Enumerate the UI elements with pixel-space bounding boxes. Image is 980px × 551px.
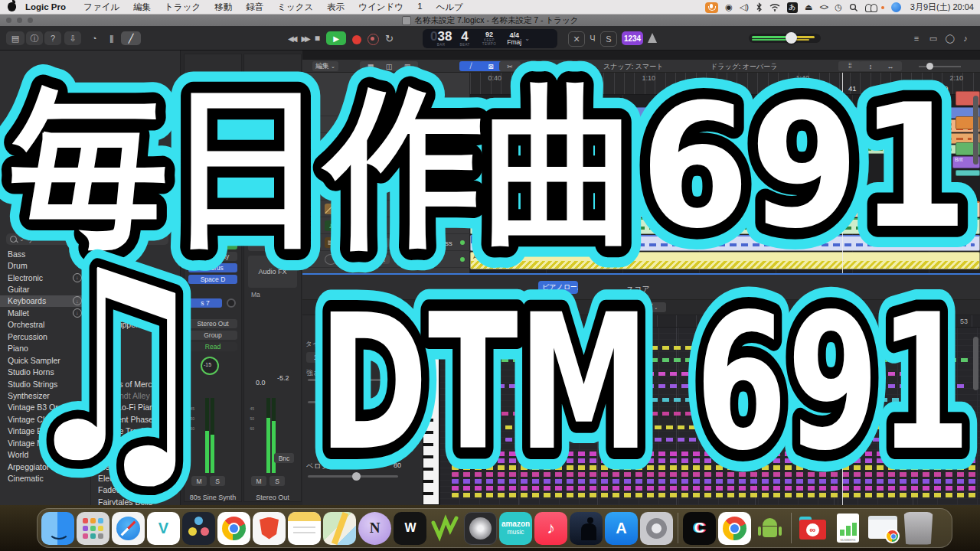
- dock-app-store-icon[interactable]: A: [605, 512, 638, 545]
- menu-item[interactable]: 1: [410, 2, 429, 13]
- volume-knob[interactable]: [786, 32, 797, 44]
- plugin-slot[interactable]: Space D: [188, 275, 237, 284]
- menu-item[interactable]: ミックス: [270, 2, 320, 13]
- library-category-row[interactable]: Synthesizer ↓ ›: [0, 390, 90, 401]
- library-patch-row[interactable]: Cortlandt Alley Rive... ↓: [91, 390, 181, 401]
- solo-button[interactable]: S: [361, 238, 374, 247]
- region-orange-04[interactable]: 04: [470, 201, 980, 217]
- media-browser-button[interactable]: ♪: [959, 31, 972, 45]
- dock-v-app-icon[interactable]: V: [147, 512, 180, 545]
- piano-roll-grid[interactable]: [440, 328, 980, 505]
- mixer-button[interactable]: |||: [103, 31, 119, 45]
- library-patch-row[interactable]: Eastern Syn ↓: [91, 448, 181, 460]
- group-slot[interactable]: Group: [188, 331, 237, 340]
- dock-creative-cloud-icon[interactable]: ∞: [796, 512, 829, 545]
- library-category-row[interactable]: Bass ↓ ›: [0, 248, 90, 259]
- scale-dropdown[interactable]: Major...⌥: [345, 440, 381, 451]
- bounce-button[interactable]: Bnc: [274, 453, 294, 463]
- cycle-button[interactable]: ↻: [385, 33, 394, 44]
- strength-slider-knob[interactable]: [382, 376, 390, 384]
- output-slot[interactable]: Stereo Out: [188, 319, 237, 328]
- library-patch-row[interactable]: …eyboard ↓: [91, 272, 181, 283]
- dock-notes-icon[interactable]: [288, 512, 321, 545]
- menu-bar-clock[interactable]: 3月9日(土) 20:04: [910, 2, 974, 13]
- mute-button[interactable]: M: [251, 476, 266, 486]
- menu-item[interactable]: トラック: [158, 2, 207, 13]
- library-patch-row[interactable]: Faded Keys ↓: [91, 484, 181, 496]
- wifi-icon[interactable]: [769, 3, 780, 11]
- library-category-row[interactable]: Piano ↓ ›: [0, 343, 90, 354]
- library-category-row[interactable]: Drum ↓ ›: [0, 259, 90, 271]
- edit-menu-button[interactable]: 編集⌄: [312, 61, 338, 71]
- library-patch-row[interactable]: ↓: [91, 343, 181, 354]
- library-patch-row[interactable]: Electromag ↓: [91, 472, 181, 484]
- metronome-button[interactable]: [648, 33, 657, 43]
- audio-fx-slot[interactable]: Audio FX: [248, 256, 297, 288]
- library-category-row[interactable]: Vintage Mellotron ↓ ›: [0, 437, 90, 448]
- vertical-scrollbar[interactable]: [973, 96, 978, 165]
- library-search-field[interactable]: ⌄ サ: [6, 233, 168, 245]
- track-row-header[interactable]: [302, 184, 470, 201]
- apple-menu-icon[interactable]: [8, 2, 16, 11]
- record-enable-button[interactable]: R: [377, 238, 390, 247]
- snap-mode-label[interactable]: スナップ: スマート: [603, 62, 663, 72]
- automation-mode[interactable]: Read: [188, 342, 237, 351]
- library-category-row[interactable]: Studio Horns ↓ ›: [0, 366, 90, 377]
- dock-wave-app-icon[interactable]: [429, 512, 462, 545]
- screen-mirroring-icon[interactable]: ◉: [725, 3, 733, 11]
- region-blue-04[interactable]: 04: [470, 235, 980, 251]
- library-category-row[interactable]: Guitar ↓ ›: [0, 283, 90, 295]
- quantize-value-dropdown[interactable]: 1/16: [306, 352, 334, 363]
- inspector-button[interactable]: ⓘ: [26, 31, 43, 45]
- erase-midi-button[interactable]: ✕: [568, 31, 585, 47]
- strength-slider[interactable]: [308, 379, 394, 381]
- list-editors-button[interactable]: ≡: [910, 31, 923, 45]
- send-slot[interactable]: s 7: [188, 298, 222, 308]
- solo-button[interactable]: S: [600, 31, 617, 47]
- disclosure-icon[interactable]: ▸: [312, 256, 316, 264]
- library-patch-row[interactable]: Different Phases Clav ↓: [91, 413, 181, 425]
- menu-item[interactable]: 録音: [239, 2, 270, 13]
- library-patch-row[interactable]: ↓: [91, 259, 181, 271]
- dock-numbers-icon[interactable]: NUMBERS: [831, 512, 864, 545]
- library-category-row[interactable]: Mallet ↓ ›: [0, 307, 90, 318]
- library-category-row[interactable]: Studio Strings ↓ ›: [0, 378, 90, 390]
- library-patch-row[interactable]: ↓: [91, 331, 181, 342]
- library-patch-row[interactable]: Big Dripper ↓: [91, 319, 181, 331]
- dock-launchpad-icon[interactable]: [77, 512, 109, 545]
- scissors-tool-button[interactable]: ✂: [499, 61, 521, 71]
- library-category-row[interactable]: World ↓ ›: [0, 448, 90, 460]
- scale-apply-button[interactable]: Q: [386, 440, 407, 451]
- lcd-display[interactable]: 038 BAR 4 BEAT 92 KEEP TEMPO 4/4 Fmaj ⌄: [423, 29, 557, 48]
- zoom-slider-knob[interactable]: [926, 63, 933, 70]
- region-blue-strip[interactable]: [470, 107, 980, 119]
- swing-slider-knob[interactable]: [345, 398, 354, 406]
- record-enable-button[interactable]: R: [377, 255, 390, 264]
- library-patch-row[interactable]: 80s Wave Bells ↓: [91, 295, 181, 307]
- menu-item[interactable]: ウインドウ: [351, 2, 410, 13]
- velocity-slider-knob[interactable]: [352, 472, 361, 481]
- lcd-chevron-icon[interactable]: ⌄: [524, 35, 530, 42]
- library-category-row[interactable]: Percussion ↓ ›: [0, 331, 90, 342]
- dock-maps-icon[interactable]: [323, 512, 356, 545]
- dock-brave-icon[interactable]: [253, 512, 286, 545]
- dock-amazon-music-icon[interactable]: amazonmusic: [499, 512, 532, 545]
- dock-android-file-transfer-icon[interactable]: [753, 512, 786, 545]
- loop-browser-button[interactable]: ◯: [943, 31, 957, 45]
- search-scope-chevron[interactable]: ⌄: [19, 236, 24, 243]
- track-row-header[interactable]: [302, 99, 470, 116]
- menu-item[interactable]: ヘルプ: [430, 2, 470, 13]
- library-category-row[interactable]: Orchestral ↓ ›: [0, 319, 90, 331]
- capture-record-icon[interactable]: [368, 34, 379, 45]
- window-title-bar[interactable]: 名称未設定 7.logicx - 名称未設定 7 - トラック: [0, 15, 980, 26]
- zoom-slider[interactable]: [919, 66, 961, 67]
- dock-finder-icon[interactable]: [41, 512, 74, 545]
- count-in-button[interactable]: 1234: [622, 31, 643, 45]
- tool-button[interactable]: ▥: [397, 61, 418, 71]
- region-green-04[interactable]: 04: [470, 218, 980, 234]
- library-category-row[interactable]: Arpeggiator ↓ ›: [0, 461, 90, 472]
- plugin-slot[interactable]: RetroSyn: [188, 240, 237, 249]
- plugin-slot[interactable]: Tape Delay: [188, 252, 237, 261]
- waveform-zoom-button[interactable]: ⦙⦙: [838, 61, 861, 71]
- dock-notion-icon[interactable]: N: [358, 512, 391, 545]
